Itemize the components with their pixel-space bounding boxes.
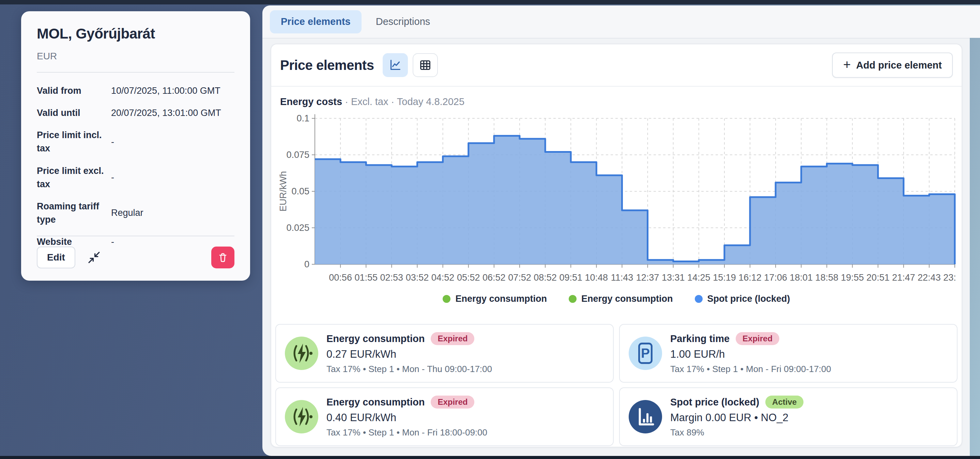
- chart-subtitle-title: Energy costs: [280, 96, 342, 107]
- parking-icon: P: [629, 336, 662, 370]
- add-price-element-button[interactable]: + Add price element: [832, 53, 953, 78]
- legend-item-energy-1[interactable]: Energy consumption: [442, 293, 547, 304]
- table-view-button[interactable]: [413, 53, 438, 77]
- status-badge: Active: [765, 395, 803, 408]
- svg-text:0.025: 0.025: [286, 223, 309, 233]
- top-window-strip: [0, 0, 980, 5]
- edit-button[interactable]: Edit: [37, 247, 75, 268]
- status-badge: Expired: [431, 395, 474, 408]
- svg-text:20:51: 20:51: [867, 273, 890, 283]
- price-card-title: Parking time: [670, 333, 730, 344]
- view-toggles: [383, 53, 438, 77]
- trash-icon: [217, 251, 229, 264]
- detail-row-price-limit-excl: Price limit excl. tax -: [37, 164, 234, 191]
- price-card-price: Margin 0.00 EUR • NO_2: [670, 411, 803, 424]
- svg-text:02:53: 02:53: [380, 273, 403, 283]
- price-card-price: 0.27 EUR/kWh: [326, 348, 492, 360]
- detail-label: Valid from: [37, 84, 111, 97]
- svg-text:18:01: 18:01: [789, 273, 813, 283]
- price-card-text: Spot price (locked) Active Margin 0.00 E…: [670, 395, 803, 438]
- chart-subtitle-meta: · Excl. tax · Today 4.8.2025: [345, 96, 465, 107]
- svg-text:15:19: 15:19: [713, 273, 736, 283]
- status-badge: Expired: [431, 332, 474, 345]
- detail-label: Roaming tariff type: [37, 200, 111, 226]
- detail-label: Valid until: [37, 107, 111, 120]
- legend-dot-blue: [695, 295, 703, 303]
- legend-dot-green: [569, 295, 577, 303]
- detail-label: Price limit incl. tax: [37, 129, 111, 155]
- detail-label: Price limit excl. tax: [37, 164, 111, 191]
- bottom-window-strip: [0, 456, 980, 459]
- delete-button[interactable]: [211, 247, 234, 268]
- price-card-energy-2[interactable]: Energy consumption Expired 0.40 EUR/kWh …: [275, 387, 614, 446]
- chart-subtitle: Energy costs · Excl. tax · Today 4.8.202…: [280, 96, 958, 107]
- svg-text:23:59: 23:59: [943, 273, 956, 283]
- currency-label: EUR: [37, 51, 234, 62]
- collapse-button[interactable]: [87, 250, 101, 265]
- svg-text:17:06: 17:06: [764, 273, 787, 283]
- svg-text:11:43: 11:43: [611, 273, 633, 283]
- price-card-title: Spot price (locked): [670, 397, 759, 408]
- legend-item-energy-2[interactable]: Energy consumption: [569, 293, 673, 304]
- detail-value: -: [111, 137, 234, 147]
- detail-row-roaming-tariff-type: Roaming tariff type Regular: [37, 200, 234, 226]
- legend-item-spot-price[interactable]: Spot price (locked): [695, 293, 790, 304]
- add-price-element-label: Add price element: [856, 60, 942, 71]
- tab-descriptions[interactable]: Descriptions: [365, 10, 441, 33]
- card-footer: Edit: [37, 236, 234, 268]
- price-card-text: Energy consumption Expired 0.40 EUR/kWh …: [326, 395, 487, 438]
- detail-value: Regular: [111, 208, 234, 218]
- table-icon: [418, 58, 432, 72]
- svg-text:0: 0: [304, 259, 309, 269]
- svg-text:0.1: 0.1: [296, 113, 309, 123]
- price-card-price: 1.00 EUR/h: [670, 348, 831, 360]
- ev-charging-icon: [285, 336, 318, 370]
- price-card-meta: Tax 17% • Step 1 • Mon - Thu 09:00-17:00: [326, 364, 492, 375]
- svg-text:0.075: 0.075: [286, 150, 309, 160]
- divider: [37, 72, 234, 73]
- svg-text:07:52: 07:52: [508, 273, 531, 283]
- price-card-title-row: Parking time Expired: [670, 332, 831, 345]
- chart-view-button[interactable]: [383, 53, 408, 77]
- chart-legend: Energy consumption Energy consumption Sp…: [275, 293, 958, 304]
- panel-header: Price elements: [271, 44, 962, 87]
- content-area: Price elements: [262, 38, 970, 456]
- price-card-meta: Tax 89%: [670, 427, 803, 438]
- status-badge: Expired: [736, 332, 779, 345]
- detail-row-valid-until: Valid until 20/07/2025, 13:01:00 GMT: [37, 107, 234, 120]
- price-card-spot-price[interactable]: Spot price (locked) Active Margin 0.00 E…: [619, 387, 958, 446]
- tab-price-elements[interactable]: Price elements: [270, 10, 361, 33]
- price-elements-panel: Price elements: [270, 44, 962, 448]
- price-card-energy-1[interactable]: Energy consumption Expired 0.27 EUR/kWh …: [275, 324, 614, 382]
- price-card-parking[interactable]: P Parking time Expired 1.00 EUR/h Tax 17…: [619, 324, 958, 382]
- price-card-title: Energy consumption: [326, 397, 425, 408]
- price-card-price: 0.40 EUR/kWh: [326, 411, 487, 424]
- legend-dot-green: [442, 295, 450, 303]
- plus-icon: +: [843, 58, 851, 71]
- price-card-title: Energy consumption: [326, 333, 425, 344]
- svg-text:22:43: 22:43: [918, 273, 941, 283]
- price-card-text: Energy consumption Expired 0.27 EUR/kWh …: [326, 332, 492, 375]
- svg-text:01:55: 01:55: [355, 273, 377, 283]
- panel-heading: Price elements: [280, 57, 374, 73]
- svg-text:0.05: 0.05: [291, 186, 309, 196]
- svg-text:P: P: [641, 346, 650, 360]
- price-card-text: Parking time Expired 1.00 EUR/h Tax 17% …: [670, 332, 831, 375]
- detail-row-price-limit-incl: Price limit incl. tax -: [37, 129, 234, 155]
- svg-text:19:55: 19:55: [841, 273, 864, 283]
- svg-text:16:12: 16:12: [738, 273, 762, 283]
- svg-text:08:52: 08:52: [534, 273, 557, 283]
- legend-label: Spot price (locked): [707, 293, 790, 304]
- svg-text:00:56: 00:56: [329, 273, 352, 283]
- price-card-title-row: Spot price (locked) Active: [670, 395, 803, 408]
- price-card-meta: Tax 17% • Step 1 • Mon - Fri 09:00-17:00: [670, 364, 831, 375]
- svg-text:10:48: 10:48: [585, 273, 608, 283]
- price-card-title-row: Energy consumption Expired: [326, 395, 487, 408]
- svg-text:21:47: 21:47: [892, 273, 915, 283]
- svg-text:13:31: 13:31: [662, 273, 685, 283]
- price-card-title-row: Energy consumption Expired: [326, 332, 492, 345]
- svg-text:03:52: 03:52: [406, 273, 429, 283]
- spot-price-icon: [629, 400, 662, 434]
- price-chart-svg: 00.0250.050.0750.100:5601:5502:5303:5204…: [275, 110, 956, 290]
- detail-row-valid-from: Valid from 10/07/2025, 11:00:00 GMT: [37, 84, 234, 97]
